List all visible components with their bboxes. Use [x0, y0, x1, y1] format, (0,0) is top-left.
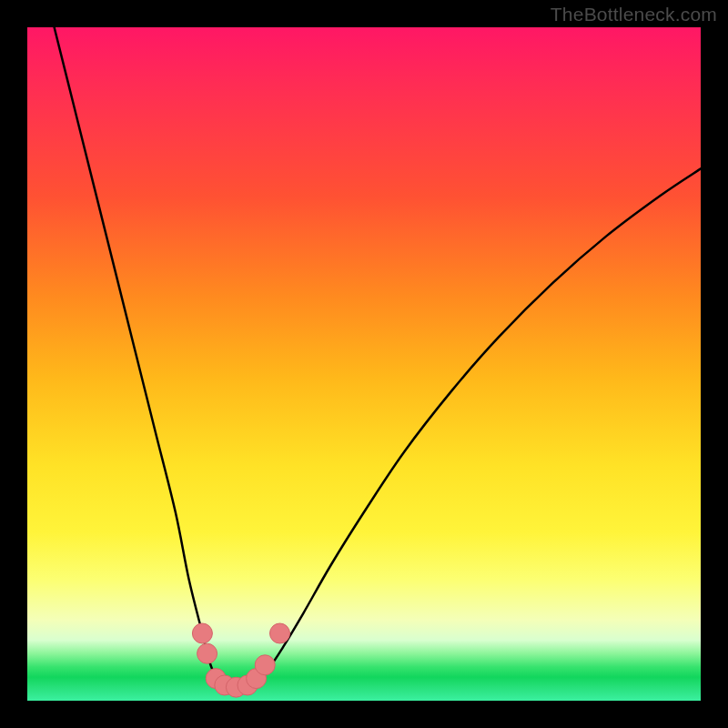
- plot-area: [27, 27, 701, 701]
- curve-layer: [27, 27, 701, 701]
- curve-marker: [192, 623, 212, 643]
- curve-marker: [270, 623, 290, 643]
- watermark-text: TheBottleneck.com: [551, 4, 717, 25]
- bottleneck-curve: [55, 27, 701, 687]
- curve-marker: [197, 643, 217, 663]
- curve-marker: [255, 655, 275, 675]
- chart-frame: TheBottleneck.com: [0, 0, 728, 728]
